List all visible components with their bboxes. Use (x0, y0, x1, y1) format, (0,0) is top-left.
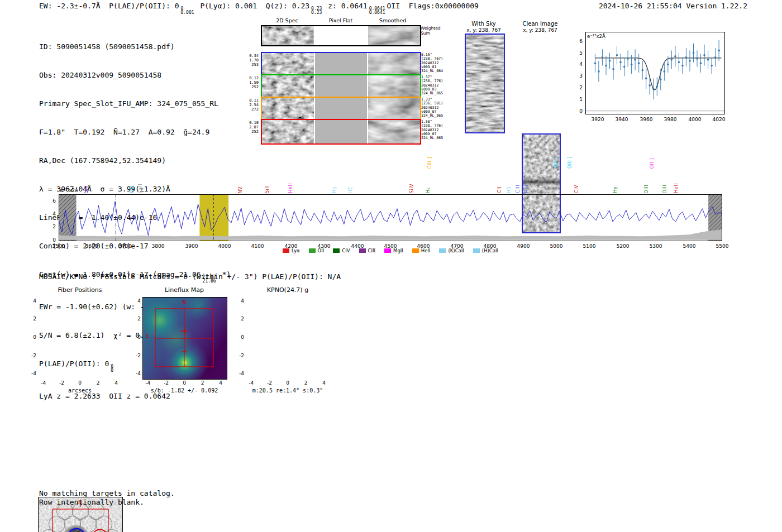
ra-dec: RA,Dec (167.758942,52.354149) (39, 156, 231, 165)
cutout-xtick-label: 2 (304, 380, 308, 386)
plae-detail-fraction: 00 (111, 365, 113, 372)
cutout-xtick-label: -4 (41, 380, 46, 386)
emission-line-label: Hζ (348, 187, 353, 193)
withsky-coords: x, y: 238, 767 (466, 27, 501, 33)
zoom-ytick-label: 6 (579, 39, 583, 44)
emission-line-label: OIII (644, 185, 649, 193)
ew-value: EW: -2.3±-0.7Å (39, 2, 101, 10)
spec2d-image (262, 53, 314, 75)
smoothed-image (368, 75, 420, 98)
footer-line-2: Row intentionally blank. (39, 498, 144, 506)
spectrum-xtick-label: 4100 (251, 243, 264, 249)
detect-id: ID: 5090051458 (5090051458.pdf) (39, 42, 231, 51)
emission-line-label: CIII (516, 185, 521, 193)
legend-swatch (283, 248, 289, 253)
lineflux-overlay (143, 298, 227, 379)
spec2d-image (262, 26, 314, 45)
cutout-xtick-label: 0 (78, 380, 82, 386)
row-left-label: 0.102.07252 (235, 121, 259, 134)
report-header: EW: -2.3±-0.7Å P(LAE)/P(OII): 000.001 P(… (39, 2, 479, 15)
col-title-2dspec: 2D Spec (276, 17, 298, 23)
noise-texture (262, 98, 314, 120)
spectrum-xtick-label: 4300 (318, 243, 331, 249)
cutout-xtick-label: -2 (59, 380, 64, 386)
zoom-ytick-label: 2 (579, 85, 583, 90)
cutout-ytick-label: 0 (33, 334, 36, 340)
spectrum-xtick-label: 3600 (85, 243, 98, 249)
cutout-xtick-label: 4 (219, 380, 222, 386)
spectrum-xtick-label: 4900 (517, 243, 530, 249)
cutout-2d-row (261, 52, 421, 76)
clean-coords: x, y: 238, 767 (523, 27, 557, 33)
spectrum-xtick-label: 4400 (351, 243, 364, 249)
plae-poii-value: P(LAE)/P(OII): 0 (109, 2, 179, 10)
cutout-2d-row (261, 119, 421, 145)
zoom-spectrum-plot (585, 32, 725, 114)
noise-texture (368, 75, 420, 98)
emission-line-label: NV (238, 186, 243, 193)
emission-line-label: Hη (332, 186, 337, 193)
zoom-ytick-label: 0 (579, 108, 583, 114)
emission-line-label: CaII (138, 184, 143, 193)
z-fraction: 0.06410.0641 (369, 7, 385, 15)
noise-texture (368, 53, 420, 75)
cutout-xtick-label: 2 (201, 380, 204, 386)
emission-line-label: HeII (524, 183, 530, 193)
qz-value: Q(z): 0.23 (266, 2, 309, 10)
zoom-xtick-label: 4000 (689, 117, 702, 122)
spectrum-ytick-label: 0 (53, 237, 56, 243)
spec2d-image (262, 98, 314, 120)
noise-texture (262, 120, 314, 143)
noise-texture (262, 75, 314, 98)
legend-swatch (384, 248, 391, 253)
noise-texture (262, 53, 314, 75)
cutout-xtick-label: -2 (267, 380, 272, 386)
withsky-image (465, 33, 505, 133)
cutout-xtick-label: 2 (97, 380, 100, 386)
cutout-xtick-label: 4 (115, 380, 118, 386)
spectrum-xtick-label: 5000 (550, 243, 563, 249)
z-line-type: OII (387, 2, 400, 10)
lineflux-map-cutout: N E (142, 297, 227, 380)
smoothed-image (368, 53, 420, 75)
zoom-ytick-label: 1 (579, 97, 583, 102)
emission-line-label: SiII (265, 185, 270, 193)
smoothed-image (368, 26, 420, 45)
row-right-label: 0.15"(238, 767)20240312v009_01324_RL_064 (421, 53, 448, 73)
spectrum-xtick-label: 5200 (617, 243, 630, 249)
cutout-xtick-label: -4 (249, 380, 254, 386)
zoom-xtick-label: 3940 (616, 117, 628, 122)
cutout-xtick-label: -2 (164, 380, 169, 386)
kpno-caption: m:20.5 re:1.4" s:0.3" (252, 387, 323, 394)
row-right-label: 1.33"(236, 591)20240312v009_07324_RL_065 (421, 98, 448, 118)
cutout-xtick-label: 0 (183, 380, 186, 386)
plae-fraction: 00.001 (180, 7, 194, 15)
col-title-smoothed: Smoothed (379, 17, 407, 23)
seeing-stats: F=1.8" T=0.192 N̄=1.27 A=0.92 ḡ=24.9 (39, 127, 231, 137)
spectrum-xtick-label: 3500 (53, 243, 65, 249)
emission-line-label: OIII (662, 185, 667, 193)
pixel-flat-image (315, 53, 367, 75)
row-left-label: 0.341.70253 (235, 54, 259, 67)
elixer-report-page: EW: -2.3±-0.7Å P(LAE)/P(OII): 000.001 P(… (0, 0, 782, 532)
spectrum-xtick-label: 4200 (285, 243, 298, 249)
cutout-ytick-label: 0 (241, 334, 244, 340)
spectrum-xtick-label: 4700 (451, 243, 464, 249)
cutout-2d-row (261, 25, 421, 46)
cutout-ytick-label: -2 (136, 353, 141, 358)
smoothed-image (368, 98, 420, 120)
fiber-xaxis-label: arcsecs (68, 387, 92, 394)
emission-line-label: CIII ] (427, 157, 432, 169)
cutout-ytick-label: 4 (33, 298, 36, 304)
legend-swatch (473, 248, 480, 253)
emission-line-label: Hγ (613, 186, 618, 193)
emission-line-label: SiII (84, 185, 89, 193)
spectrum-xtick-label: 4600 (417, 243, 430, 249)
cutout-xtick-label: 0 (286, 380, 289, 386)
plya-value: P(Lyα): 0.001 (200, 2, 257, 10)
legend-swatch (412, 248, 419, 253)
cutout-ytick-label: 4 (137, 298, 141, 304)
spectrum-ytick-label: 4 (53, 211, 56, 217)
spec2d-image (262, 120, 314, 143)
spectrum-ytick-label: 2 (53, 224, 56, 229)
